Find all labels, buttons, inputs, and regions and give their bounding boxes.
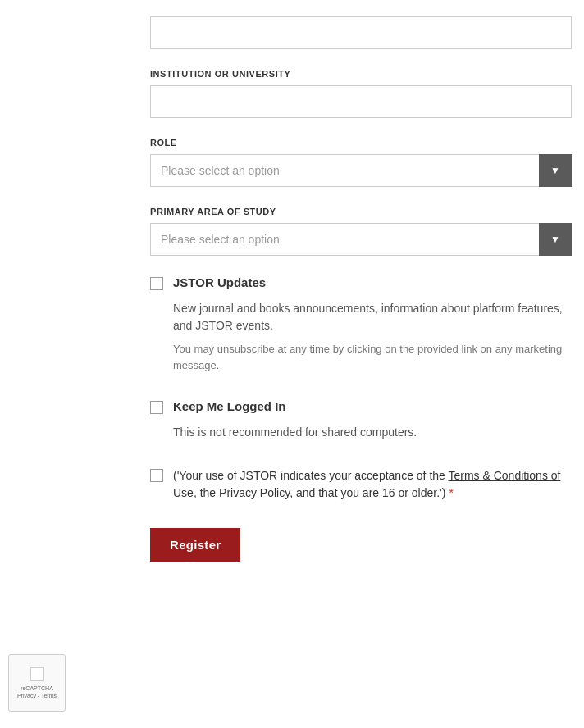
- primary-area-select-wrapper: Please select an option ▼: [150, 223, 572, 256]
- chevron-down-icon: ▼: [550, 165, 560, 176]
- role-dropdown-arrow[interactable]: ▼: [539, 154, 572, 187]
- jstor-updates-checkbox[interactable]: [150, 277, 163, 290]
- primary-area-select[interactable]: Please select an option: [150, 223, 572, 256]
- role-select[interactable]: Please select an option: [150, 154, 572, 187]
- role-label: ROLE: [150, 138, 572, 148]
- keep-logged-in-row: Keep Me Logged In: [150, 399, 572, 414]
- keep-logged-in-description: This is not recommended for shared compu…: [173, 424, 572, 441]
- jstor-updates-label: JSTOR Updates: [173, 275, 266, 289]
- role-group: ROLE Please select an option ▼: [150, 138, 572, 187]
- recaptcha-text: reCAPTCHA Privacy - Terms: [17, 685, 57, 699]
- jstor-updates-description: New journal and books announcements, inf…: [173, 300, 572, 334]
- required-star: *: [449, 486, 453, 499]
- chevron-down-icon: ▼: [550, 234, 560, 245]
- jstor-updates-note: You may unsubscribe at any time by click…: [173, 341, 572, 373]
- terms-link2[interactable]: Privacy Policy: [219, 486, 290, 499]
- terms-prefix: ('Your use of JSTOR indicates your accep…: [173, 469, 449, 482]
- institution-group: INSTITUTION OR UNIVERSITY Louisiana Stat…: [150, 69, 572, 118]
- primary-area-placeholder: Please select an option: [161, 233, 280, 246]
- role-placeholder: Please select an option: [161, 164, 280, 177]
- recaptcha-label: reCAPTCHA: [17, 685, 57, 692]
- keep-logged-in-group: Keep Me Logged In This is not recommende…: [150, 399, 572, 441]
- registration-form: INSTITUTION OR UNIVERSITY Louisiana Stat…: [0, 0, 584, 578]
- institution-input[interactable]: Louisiana State University: [150, 85, 572, 118]
- terms-group: ('Your use of JSTOR indicates your accep…: [150, 467, 572, 502]
- role-select-wrapper: Please select an option ▼: [150, 154, 572, 187]
- register-button[interactable]: Register: [150, 528, 240, 562]
- jstor-updates-group: JSTOR Updates New journal and books anno…: [150, 275, 572, 373]
- jstor-updates-row: JSTOR Updates: [150, 275, 572, 290]
- top-input-group: [150, 16, 572, 49]
- terms-text: ('Your use of JSTOR indicates your accep…: [173, 467, 572, 502]
- keep-logged-in-checkbox[interactable]: [150, 401, 163, 414]
- top-input[interactable]: [150, 16, 572, 49]
- terms-row: ('Your use of JSTOR indicates your accep…: [150, 467, 572, 502]
- primary-area-label: PRIMARY AREA OF STUDY: [150, 207, 572, 216]
- recaptcha-subtext: Privacy - Terms: [17, 692, 57, 699]
- terms-checkbox[interactable]: [150, 469, 163, 482]
- primary-area-dropdown-arrow[interactable]: ▼: [539, 223, 572, 256]
- recaptcha-widget: reCAPTCHA Privacy - Terms: [8, 654, 66, 712]
- primary-area-group: PRIMARY AREA OF STUDY Please select an o…: [150, 207, 572, 256]
- terms-middle: , the: [194, 486, 219, 499]
- keep-logged-in-label: Keep Me Logged In: [173, 399, 286, 413]
- institution-label: INSTITUTION OR UNIVERSITY: [150, 69, 572, 79]
- terms-suffix: , and that you are 16 or older.'): [290, 486, 445, 499]
- recaptcha-checkbox[interactable]: [30, 667, 44, 681]
